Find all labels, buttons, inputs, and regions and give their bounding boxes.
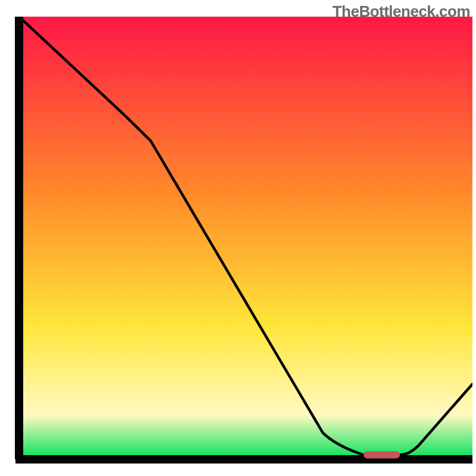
- chart-svg: [0, 0, 476, 476]
- chart-frame: TheBottleneck.com: [0, 0, 476, 476]
- plot-background: [19, 17, 472, 459]
- watermark-text: TheBottleneck.com: [333, 2, 470, 21]
- minimum-marker: [364, 452, 400, 459]
